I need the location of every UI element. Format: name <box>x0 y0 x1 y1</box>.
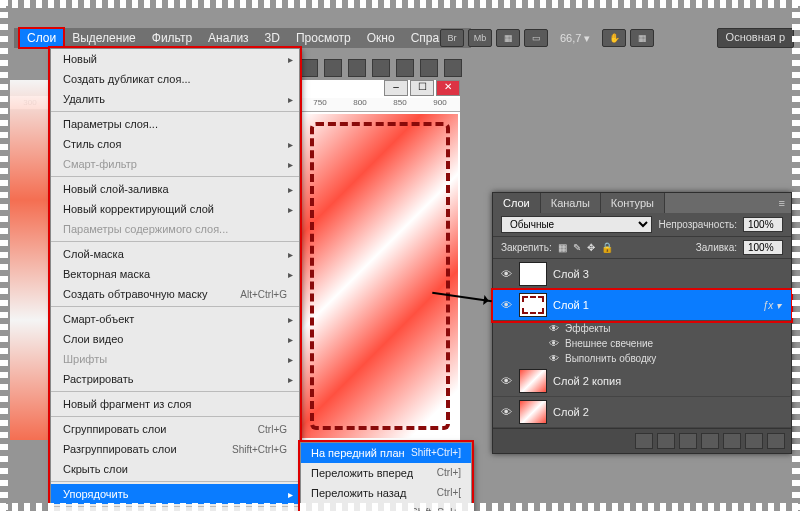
group-icon[interactable] <box>723 433 741 449</box>
adjustment-icon[interactable] <box>701 433 719 449</box>
tab-layers[interactable]: Слои <box>493 193 541 213</box>
layer-name: Слой 3 <box>553 268 785 280</box>
opacity-input[interactable] <box>743 217 783 232</box>
menu-layers[interactable]: Слои <box>20 29 63 47</box>
options-bar <box>300 56 462 80</box>
tab-paths[interactable]: Контуры <box>601 193 665 213</box>
lock-move-icon[interactable]: ✥ <box>587 242 595 253</box>
lock-brush-icon[interactable]: ✎ <box>573 242 581 253</box>
mask-icon[interactable] <box>679 433 697 449</box>
menu-3d[interactable]: 3D <box>258 29 287 47</box>
grid-icon[interactable]: ▦ <box>630 29 654 47</box>
fx-badge[interactable]: ƒx ▾ <box>763 300 785 311</box>
opt-4[interactable] <box>372 59 390 77</box>
layer-thumb <box>519 262 547 286</box>
menu-window[interactable]: Окно <box>360 29 402 47</box>
opt-6[interactable] <box>420 59 438 77</box>
layer-name: Слой 1 <box>553 299 757 311</box>
visibility-eye-icon[interactable]: 👁 <box>499 299 513 311</box>
menu-item[interactable]: Скрыть слои <box>51 459 299 479</box>
layer-thumb <box>519 400 547 424</box>
menu-item[interactable]: Новый слой-заливка <box>51 179 299 199</box>
screen-mode-icon[interactable]: ▦ <box>496 29 520 47</box>
zoom-value[interactable]: 66,7 ▾ <box>552 32 598 45</box>
ruler-top: 750800850900 <box>300 98 460 112</box>
menu-item[interactable]: Слой-маска <box>51 244 299 264</box>
document-left-strip <box>10 80 52 440</box>
minimize-icon[interactable]: – <box>384 80 408 96</box>
hand-icon[interactable]: ✋ <box>602 29 626 47</box>
menu-item[interactable]: Векторная маска <box>51 264 299 284</box>
menu-item[interactable]: Слои видео <box>51 329 299 349</box>
menu-item[interactable]: Смарт-объект <box>51 309 299 329</box>
lock-all-icon[interactable]: 🔒 <box>601 242 613 253</box>
tool-br[interactable]: Br <box>440 29 464 47</box>
submenu-item[interactable]: Переложить впередCtrl+] <box>301 463 471 483</box>
layers-menu-dropdown: НовыйСоздать дубликат слоя...УдалитьПара… <box>50 48 300 511</box>
document-window: – ☐ ✕ 750800850900 <box>300 80 460 440</box>
menu-item[interactable]: Создать дубликат слоя... <box>51 69 299 89</box>
submenu-item: Shift+Ctrl+[ <box>301 503 471 511</box>
workspace-button[interactable]: Основная р <box>717 28 794 48</box>
menu-selection[interactable]: Выделение <box>65 29 143 47</box>
menu-item: Смарт-фильтр <box>51 154 299 174</box>
layer-row[interactable]: 👁Слой 2 копия <box>493 366 791 397</box>
fill-input[interactable] <box>743 240 783 255</box>
postage-frame <box>310 122 450 430</box>
new-layer-icon[interactable] <box>745 433 763 449</box>
tool-mb[interactable]: Mb <box>468 29 492 47</box>
layer-row[interactable]: 👁Слой 2 <box>493 397 791 428</box>
menu-view[interactable]: Просмотр <box>289 29 358 47</box>
visibility-eye-icon[interactable]: 👁 <box>499 406 513 418</box>
menu-item[interactable]: Растрировать <box>51 369 299 389</box>
panel-menu-icon[interactable]: ≡ <box>773 193 791 213</box>
visibility-eye-icon[interactable]: 👁 <box>499 375 513 387</box>
submenu-item[interactable]: На передний планShift+Ctrl+] <box>301 443 471 463</box>
lock-label: Закрепить: <box>501 242 552 253</box>
canvas-art[interactable] <box>302 114 458 438</box>
menu-item[interactable]: Сгруппировать слоиCtrl+G <box>51 419 299 439</box>
opt-3[interactable] <box>348 59 366 77</box>
menu-item[interactable]: Упорядочить <box>51 484 299 504</box>
layer-row[interactable]: 👁Слой 3 <box>493 259 791 290</box>
layer-thumb <box>519 369 547 393</box>
blend-mode-select[interactable]: Обычные <box>501 216 652 233</box>
lock-pixels-icon[interactable]: ▦ <box>558 242 567 253</box>
menu-item[interactable]: Удалить <box>51 89 299 109</box>
main-menubar: Слои Выделение Фильтр Анализ 3D Просмотр… <box>14 28 471 48</box>
arrange-icon[interactable]: ▭ <box>524 29 548 47</box>
maximize-icon[interactable]: ☐ <box>410 80 434 96</box>
menu-item[interactable]: Новый корректирующий слой <box>51 199 299 219</box>
opacity-label: Непрозрачность: <box>658 219 737 230</box>
opt-5[interactable] <box>396 59 414 77</box>
fx-icon[interactable] <box>657 433 675 449</box>
trash-icon[interactable] <box>767 433 785 449</box>
arrange-submenu: На передний планShift+Ctrl+]Переложить в… <box>300 442 472 511</box>
opt-7[interactable] <box>444 59 462 77</box>
top-toolbar: Br Mb ▦ ▭ 66,7 ▾ ✋ ▦ <box>440 28 654 48</box>
menu-item: Шрифты <box>51 349 299 369</box>
layer-name: Слой 2 <box>553 406 785 418</box>
menu-item[interactable]: Разгруппировать слоиShift+Ctrl+G <box>51 439 299 459</box>
opt-1[interactable] <box>300 59 318 77</box>
layer-row[interactable]: 👁Слой 1ƒx ▾ <box>493 290 791 321</box>
menu-filter[interactable]: Фильтр <box>145 29 199 47</box>
submenu-item[interactable]: Переложить назадCtrl+[ <box>301 483 471 503</box>
menu-item[interactable]: Параметры слоя... <box>51 114 299 134</box>
link-layers-icon[interactable] <box>635 433 653 449</box>
layer-list: 👁Слой 3👁Слой 1ƒx ▾👁 Эффекты👁 Внешнее све… <box>493 259 791 428</box>
menu-item[interactable]: Новый фрагмент из слоя <box>51 394 299 414</box>
menu-item[interactable]: Стиль слоя <box>51 134 299 154</box>
tab-channels[interactable]: Каналы <box>541 193 601 213</box>
effects-header: 👁 Эффекты <box>543 321 791 336</box>
layers-panel: Слои Каналы Контуры ≡ Обычные Непрозрачн… <box>492 192 792 454</box>
menu-analysis[interactable]: Анализ <box>201 29 256 47</box>
menu-item[interactable]: Новый <box>51 49 299 69</box>
menu-item[interactable]: Создать обтравочную маскуAlt+Ctrl+G <box>51 284 299 304</box>
effect-item[interactable]: 👁 Внешнее свечение <box>543 336 791 351</box>
menu-item: Параметры содержимого слоя... <box>51 219 299 239</box>
effect-item[interactable]: 👁 Выполнить обводку <box>543 351 791 366</box>
opt-2[interactable] <box>324 59 342 77</box>
visibility-eye-icon[interactable]: 👁 <box>499 268 513 280</box>
close-icon[interactable]: ✕ <box>436 80 460 96</box>
